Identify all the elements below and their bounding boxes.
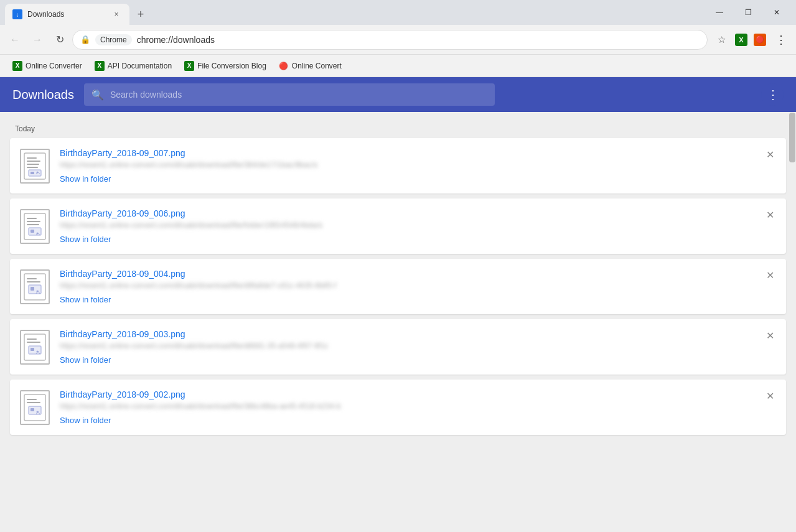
- close-button[interactable]: ✕: [762, 2, 791, 22]
- download-actions-2: Show in folder: [60, 235, 776, 244]
- svg-rect-11: [27, 224, 39, 225]
- nav-bar: ← → ↻ 🔒 Chrome chrome://downloads ☆ X 🔴 …: [0, 25, 796, 55]
- bookmark-label-2: API Documentation: [108, 62, 172, 70]
- section-today-label: Today: [0, 122, 796, 138]
- download-url-3: https://resent1.online-convert.com/dl/ua…: [60, 281, 371, 290]
- bookmark-favicon-3: X: [184, 61, 194, 71]
- tab-title: Downloads: [27, 10, 106, 19]
- show-in-folder-button-1[interactable]: Show in folder: [60, 174, 111, 184]
- download-url-4: https://resent1.online-convert.com/dl/ua…: [60, 342, 371, 350]
- svg-point-32: [37, 411, 39, 413]
- download-info-2: BirthdayParty_2018-09_006.png https://re…: [60, 208, 776, 244]
- back-button[interactable]: ←: [5, 30, 25, 50]
- file-svg-5: [24, 394, 46, 421]
- remove-button-4[interactable]: ✕: [761, 327, 779, 344]
- download-item-4: BirthdayParty_2018-09_003.png https://re…: [10, 319, 786, 375]
- remove-button-1[interactable]: ✕: [761, 146, 779, 163]
- security-chip: Chrome: [95, 34, 132, 45]
- tab-close-button[interactable]: ×: [111, 9, 122, 20]
- svg-rect-9: [27, 218, 37, 219]
- bookmark-favicon-1: X: [12, 61, 22, 71]
- remove-button-5[interactable]: ✕: [761, 387, 779, 404]
- download-item-1: BirthdayParty_2018-09_007.png https://re…: [10, 138, 786, 194]
- file-icon-2: [20, 209, 50, 244]
- ext-icon-2[interactable]: 🔴: [751, 31, 769, 49]
- search-icon: 🔍: [91, 89, 104, 101]
- download-info-4: BirthdayParty_2018-09_003.png https://re…: [60, 329, 776, 365]
- page-scrollbar[interactable]: [789, 112, 796, 532]
- ext-icon-1[interactable]: X: [733, 31, 750, 49]
- download-filename-4[interactable]: BirthdayParty_2018-09_003.png: [60, 329, 776, 339]
- svg-rect-29: [27, 402, 40, 403]
- forward-icon: →: [32, 34, 42, 45]
- extension-icons: X 🔴: [733, 31, 769, 49]
- bookmark-item-online-convert[interactable]: 🔴 Online Convert: [274, 58, 347, 73]
- bookmark-item-online-converter[interactable]: X Online Converter: [7, 58, 87, 73]
- svg-rect-19: [30, 287, 34, 291]
- download-info-1: BirthdayParty_2018-09_007.png https://re…: [60, 148, 776, 184]
- file-svg-3: [24, 273, 46, 301]
- bookmark-item-file-conversion[interactable]: X File Conversion Blog: [179, 58, 271, 73]
- window-controls: — ❐ ✕: [705, 2, 791, 22]
- file-icon-3: [20, 269, 50, 304]
- tab-favicon: ↓: [12, 9, 22, 19]
- address-bar[interactable]: 🔒 Chrome chrome://downloads: [72, 30, 708, 50]
- bookmark-label-4: Online Convert: [292, 62, 342, 70]
- download-filename-1[interactable]: BirthdayParty_2018-09_007.png: [60, 148, 776, 158]
- file-svg-1: [24, 152, 46, 180]
- remove-button-2[interactable]: ✕: [761, 206, 779, 223]
- forward-button[interactable]: →: [27, 30, 47, 50]
- svg-point-26: [37, 350, 39, 352]
- new-tab-button[interactable]: +: [132, 6, 149, 23]
- search-input[interactable]: [110, 90, 487, 100]
- bookmarks-bar: X Online Converter X API Documentation X…: [0, 55, 796, 77]
- remove-button-3[interactable]: ✕: [761, 266, 779, 284]
- downloads-more-button[interactable]: ⋮: [761, 83, 784, 106]
- chrome-menu-button[interactable]: ⋮: [771, 30, 791, 50]
- download-filename-2[interactable]: BirthdayParty_2018-09_006.png: [60, 208, 776, 218]
- bookmark-star-button[interactable]: ☆: [713, 31, 730, 49]
- download-item-3: BirthdayParty_2018-09_004.png https://re…: [10, 259, 786, 314]
- svg-rect-23: [27, 342, 40, 343]
- bookmark-favicon-4: 🔴: [279, 61, 289, 71]
- file-icon-5: [20, 390, 50, 425]
- reload-button[interactable]: ↻: [50, 30, 70, 50]
- download-info-5: BirthdayParty_2018-09_002.png https://re…: [60, 390, 776, 425]
- download-filename-3[interactable]: BirthdayParty_2018-09_004.png: [60, 269, 776, 279]
- file-icon-4: [20, 330, 50, 365]
- maximize-button[interactable]: ❐: [734, 2, 762, 22]
- svg-rect-28: [27, 399, 37, 400]
- svg-rect-22: [27, 338, 37, 340]
- url-text: chrome://downloads: [137, 35, 700, 45]
- bookmark-item-api-docs[interactable]: X API Documentation: [90, 58, 177, 73]
- star-icon: ☆: [718, 34, 726, 45]
- downloads-header: Downloads 🔍 ⋮: [0, 77, 796, 112]
- download-filename-5[interactable]: BirthdayParty_2018-09_002.png: [60, 390, 776, 399]
- svg-rect-4: [27, 167, 38, 168]
- active-tab[interactable]: ↓ Downloads ×: [5, 4, 129, 25]
- minimize-button[interactable]: —: [705, 2, 734, 22]
- svg-rect-13: [30, 230, 34, 233]
- scrollbar-thumb[interactable]: [789, 113, 795, 162]
- downloads-content: Today BirthdayParty_2018-09_007.png: [0, 112, 796, 532]
- more-dots-icon: ⋮: [767, 87, 778, 102]
- svg-point-7: [37, 171, 39, 173]
- file-icon-1: [20, 149, 50, 184]
- svg-rect-31: [30, 408, 34, 411]
- show-in-folder-button-2[interactable]: Show in folder: [60, 235, 111, 244]
- show-in-folder-button-4[interactable]: Show in folder: [60, 355, 111, 365]
- menu-dots-icon: ⋮: [775, 33, 787, 47]
- address-icons: ☆: [713, 31, 730, 49]
- file-svg-4: [24, 334, 46, 361]
- downloads-page-title: Downloads: [12, 88, 74, 102]
- back-icon: ←: [10, 34, 20, 45]
- download-url-2: https://resent1.online-convert.com/dl/ua…: [60, 221, 371, 230]
- download-list: BirthdayParty_2018-09_007.png https://re…: [0, 138, 796, 440]
- show-in-folder-button-3[interactable]: Show in folder: [60, 295, 111, 304]
- svg-rect-17: [27, 281, 40, 282]
- search-bar[interactable]: 🔍: [84, 83, 495, 106]
- bookmark-favicon-2: X: [95, 61, 105, 71]
- svg-point-14: [37, 232, 39, 234]
- show-in-folder-button-5[interactable]: Show in folder: [60, 416, 111, 425]
- download-actions-4: Show in folder: [60, 355, 776, 365]
